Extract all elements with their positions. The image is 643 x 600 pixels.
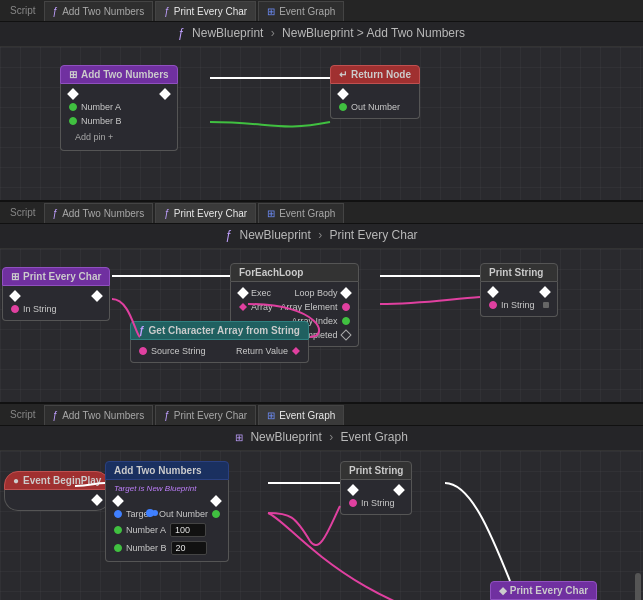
foreach-exec-row: Exec Loop Body bbox=[231, 286, 358, 300]
tab-print-every-char[interactable]: ƒ Print Every Char bbox=[155, 1, 256, 21]
node-icon-add: ⊞ bbox=[69, 69, 77, 80]
grid-icon: ⊞ bbox=[267, 6, 275, 17]
tab-add-two-numbers[interactable]: ƒ Add Two Numbers bbox=[44, 1, 154, 21]
node-print-string-p2[interactable]: Print String In String bbox=[480, 263, 558, 317]
func-icon-2: ƒ bbox=[164, 6, 170, 17]
gca-return-pin[interactable] bbox=[292, 347, 300, 355]
bot-tab-event[interactable]: ⊞ Event Graph bbox=[258, 405, 344, 425]
foreach-exec-in[interactable] bbox=[237, 287, 248, 298]
return-exec-row bbox=[331, 88, 419, 100]
printstr-exec-out[interactable] bbox=[539, 286, 550, 297]
exec-in-pin[interactable] bbox=[67, 88, 78, 99]
foreach-array-pin[interactable] bbox=[239, 303, 247, 311]
tab-event-graph[interactable]: ⊞ Event Graph bbox=[258, 1, 344, 21]
breadcrumb-2: ƒ NewBlueprint › Print Every Char bbox=[0, 224, 643, 249]
atncall-title: Add Two Numbers bbox=[114, 465, 202, 476]
atncall-outnum-pin[interactable] bbox=[212, 510, 220, 518]
node-add-two-numbers-call[interactable]: Add Two Numbers Target is New Blueprint … bbox=[105, 461, 229, 562]
printstr-instr-pin[interactable] bbox=[489, 301, 497, 309]
ebp-icon: ● bbox=[13, 475, 19, 486]
atncall-numb-pin[interactable] bbox=[114, 544, 122, 552]
node-body-pec: In String bbox=[2, 286, 110, 321]
pscall-exec-in[interactable] bbox=[347, 484, 358, 495]
atncall-numa-pin[interactable] bbox=[114, 526, 122, 534]
ebp-exec-out[interactable] bbox=[92, 494, 103, 505]
foreach-title: ForEachLoop bbox=[239, 267, 303, 278]
atncall-numb-input[interactable] bbox=[171, 541, 207, 555]
foreach-completed-pin[interactable] bbox=[340, 329, 351, 340]
atncall-target-pin[interactable] bbox=[114, 510, 122, 518]
node-print-string-call[interactable]: Print String In String bbox=[340, 461, 412, 515]
atncall-numa-input[interactable] bbox=[170, 523, 206, 537]
node-add-two-numbers[interactable]: ⊞ Add Two Numbers Number A Number B bbox=[60, 65, 178, 151]
foreach-loopbody-pin[interactable] bbox=[340, 287, 351, 298]
tab-label-3: Event Graph bbox=[279, 6, 335, 17]
return-exec-in[interactable] bbox=[337, 88, 348, 99]
node-body-gca: Source String Return Value bbox=[130, 340, 309, 363]
node-print-every-char[interactable]: ⊞ Print Every Char In String bbox=[2, 267, 110, 321]
num-b-label: Number B bbox=[81, 116, 122, 126]
add-pin-row: Add pin + bbox=[61, 128, 177, 146]
node-header-gca: ƒ Get Character Array from String bbox=[130, 321, 309, 340]
bot-func-icon-1: ƒ bbox=[53, 410, 59, 421]
pec-icon: ⊞ bbox=[11, 271, 19, 282]
node-title-pec: Print Every Char bbox=[23, 271, 101, 282]
out-num-pin[interactable] bbox=[339, 103, 347, 111]
func-icon-bc2: ƒ bbox=[225, 228, 232, 242]
pscall-exec-out[interactable] bbox=[394, 484, 405, 495]
node-header-pec: ⊞ Print Every Char bbox=[2, 267, 110, 286]
exec-out-pin[interactable] bbox=[159, 88, 170, 99]
foreach-loopbody-label: Loop Body bbox=[295, 288, 338, 298]
bot-tab-add[interactable]: ƒ Add Two Numbers bbox=[44, 405, 154, 425]
printstr-exec-row bbox=[481, 286, 557, 298]
num-a-in-pin[interactable] bbox=[69, 103, 77, 111]
printstr-p2-title: Print String bbox=[489, 267, 543, 278]
atncall-target-label: Target bbox=[126, 509, 151, 519]
panel-add-two-numbers: ƒ NewBlueprint › NewBlueprint > Add Two … bbox=[0, 22, 643, 202]
node-body-atncall: Target is New Blueprint Target Out Numbe… bbox=[105, 480, 229, 562]
mid-tab-print[interactable]: ƒ Print Every Char bbox=[155, 203, 256, 223]
node-header-ebp: ● Event BeginPlay bbox=[4, 471, 110, 490]
return-icon: ↵ bbox=[339, 69, 347, 80]
bc2-text: NewBlueprint bbox=[239, 228, 310, 242]
bc3-sep: › bbox=[329, 430, 333, 444]
pec-exec-in[interactable] bbox=[9, 290, 20, 301]
bot-grid-icon: ⊞ bbox=[267, 410, 275, 421]
foreach-arrayindex-pin[interactable] bbox=[342, 317, 350, 325]
pec-instring-pin[interactable] bbox=[11, 305, 19, 313]
mid-tab-add[interactable]: ƒ Add Two Numbers bbox=[44, 203, 154, 223]
mid-tab-event[interactable]: ⊞ Event Graph bbox=[258, 203, 344, 223]
num-a-label: Number A bbox=[81, 102, 121, 112]
pscall-instr-pin[interactable] bbox=[349, 499, 357, 507]
num-b-in-pin[interactable] bbox=[69, 117, 77, 125]
bc1-sep: › bbox=[271, 26, 275, 40]
func-icon: ƒ bbox=[53, 6, 59, 17]
bot-tab-print[interactable]: ƒ Print Every Char bbox=[155, 405, 256, 425]
scrollbar-thumb[interactable] bbox=[635, 573, 641, 601]
script-label: Script bbox=[4, 3, 42, 18]
atncall-exec-out[interactable] bbox=[210, 495, 221, 506]
atncall-exec-in[interactable] bbox=[112, 495, 123, 506]
gca-source-pin[interactable] bbox=[139, 347, 147, 355]
add-pin-label[interactable]: Add pin + bbox=[69, 130, 119, 144]
script-label-3: Script bbox=[4, 407, 42, 422]
breadcrumb-3: ⊞ NewBlueprint › Event Graph bbox=[0, 426, 643, 451]
node-print-every-char-call[interactable]: ◆ Print Every Char Target is New Bluepri… bbox=[490, 581, 597, 600]
panel3-canvas: ● Event BeginPlay Add Two Numbers Target… bbox=[0, 451, 643, 600]
atncall-numa-label: Number A bbox=[126, 525, 166, 535]
panel-event-graph: ⊞ NewBlueprint › Event Graph ● Event Beg… bbox=[0, 426, 643, 600]
node-body-return: Out Number bbox=[330, 84, 420, 119]
printstr-exec-in[interactable] bbox=[487, 286, 498, 297]
node-event-begin-play[interactable]: ● Event BeginPlay bbox=[4, 471, 110, 511]
gca-source-label: Source String bbox=[151, 346, 206, 356]
node-get-char-array[interactable]: ƒ Get Character Array from String Source… bbox=[130, 321, 309, 363]
foreach-arrayelement-pin[interactable] bbox=[342, 303, 350, 311]
gca-title: Get Character Array from String bbox=[149, 325, 300, 336]
panel-print-every-char: ƒ NewBlueprint › Print Every Char ⊞ Prin… bbox=[0, 224, 643, 404]
node-body-ebp bbox=[4, 490, 110, 511]
panel1-canvas: ⊞ Add Two Numbers Number A Number B bbox=[0, 47, 643, 202]
pec-exec-out[interactable] bbox=[92, 290, 103, 301]
foreach-array-row: Array Array Element bbox=[231, 300, 358, 314]
mid-tab-event-label: Event Graph bbox=[279, 208, 335, 219]
node-return[interactable]: ↵ Return Node Out Number bbox=[330, 65, 420, 119]
